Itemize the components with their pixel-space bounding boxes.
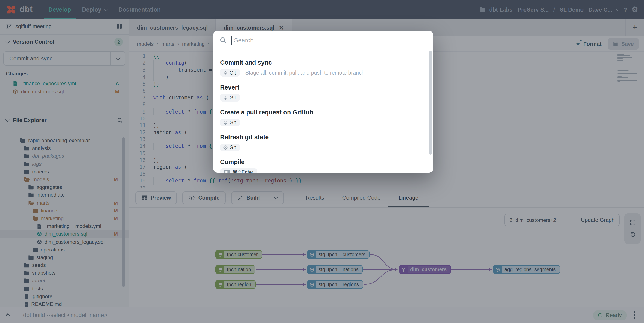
git-icon: [223, 96, 228, 100]
git-badge: Git: [220, 94, 240, 102]
command-item[interactable]: Refresh git stateGit: [220, 134, 426, 151]
command-title: Refresh git state: [220, 134, 426, 141]
command-palette-modal: Commit and syncGitStage all, commit, pul…: [213, 31, 433, 173]
command-palette-search: [213, 31, 433, 50]
command-item[interactable]: Create a pull request on GitHubGit: [220, 109, 426, 126]
command-title: Create a pull request on GitHub: [220, 109, 426, 116]
git-badge: Git: [220, 119, 240, 126]
badge-label: ⌘⇧Enter: [232, 169, 253, 173]
search-icon: [220, 37, 226, 44]
command-search-input[interactable]: [233, 37, 427, 44]
command-description: Stage all, commit, pull, and push to rem…: [245, 70, 364, 76]
command-item[interactable]: Compile⌘⇧Enter: [220, 159, 426, 173]
git-icon: [223, 120, 228, 125]
badge-label: Git: [230, 145, 236, 150]
dbt-cloud-ide: dbt Develop Deploy Documentation dbt Lab…: [0, 0, 644, 323]
git-icon: [223, 145, 228, 150]
command-title: Revert: [220, 84, 426, 91]
badge-label: Git: [230, 95, 236, 100]
keyboard-icon: [224, 170, 230, 173]
command-item[interactable]: Commit and syncGitStage all, commit, pul…: [220, 59, 426, 77]
command-item[interactable]: RevertGit: [220, 84, 426, 102]
command-list: Commit and syncGitStage all, commit, pul…: [213, 50, 433, 173]
git-icon: [223, 71, 228, 75]
git-badge: Git: [220, 144, 240, 151]
text-cursor: [231, 36, 232, 45]
badge-label: Git: [230, 70, 236, 75]
command-title: Compile: [220, 159, 426, 165]
badge-label: Git: [230, 120, 236, 125]
command-title: Commit and sync: [220, 59, 426, 66]
modal-scrollbar[interactable]: [430, 51, 432, 155]
shortcut-badge: ⌘⇧Enter: [220, 168, 257, 173]
git-badge: Git: [220, 69, 240, 77]
